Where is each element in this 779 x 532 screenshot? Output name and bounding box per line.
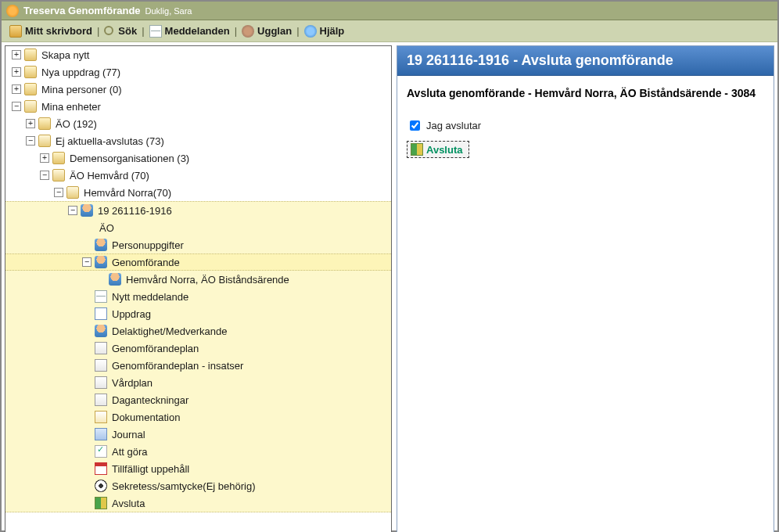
person-icon (95, 239, 107, 251)
tree-label: Tillfälligt uppehåll (112, 463, 189, 475)
tree-label: 19 261116-1916 (98, 205, 172, 217)
tree-item-nytt-meddelande[interactable]: · Nytt meddelande (5, 288, 391, 305)
plan-icon (95, 342, 107, 354)
tree-item-ao[interactable]: + ÄO (192) (5, 115, 391, 132)
menu-separator: | (140, 25, 145, 37)
tree-item-ao-label[interactable]: ÄO (5, 219, 391, 236)
tree-label: Genomförandeplan - insatser (112, 360, 243, 372)
tree-label: Nya uppdrag (77) (41, 66, 120, 78)
tree-label: Hemvård Norra, ÄO Biståndsärende (126, 274, 289, 286)
tree-item-personuppgifter[interactable]: · Personuppgifter (5, 236, 391, 253)
folder-open-icon (52, 169, 65, 182)
expand-toggle[interactable]: + (12, 50, 21, 59)
tree-item-mina-enheter[interactable]: − Mina enheter (5, 98, 391, 115)
confirm-close-checkbox[interactable] (410, 120, 420, 131)
tree-item-skapa-nytt[interactable]: + Skapa nytt (5, 46, 391, 63)
spacer: · (82, 464, 92, 473)
tree-item-delaktighet[interactable]: · Delaktighet/Medverkande (5, 322, 391, 340)
tree-item-person[interactable]: − 19 261116-1916 (5, 202, 391, 219)
spacer: · (82, 430, 92, 439)
tree-item-nya-uppdrag[interactable]: + Nya uppdrag (77) (5, 63, 391, 81)
spacer: · (82, 447, 92, 456)
expand-toggle[interactable]: + (12, 84, 21, 94)
folder-open-icon (66, 186, 79, 199)
spacer: · (82, 481, 92, 491)
tree-item-demensorg[interactable]: + Demensorganisationen (3) (5, 149, 391, 167)
menu-ugglan[interactable]: Ugglan (239, 25, 295, 38)
expand-toggle[interactable]: − (82, 257, 92, 267)
avsluta-button[interactable]: Avsluta (407, 141, 469, 158)
current-user: Duklig, Sara (145, 6, 192, 16)
menu-search-label: Sök (118, 25, 137, 37)
menu-my-desktop-label: Mitt skrivbord (25, 25, 92, 37)
menu-separator: | (233, 25, 239, 37)
tree-item-hemvard-norra[interactable]: − Hemvård Norra(70) (5, 184, 391, 201)
expand-toggle[interactable]: − (40, 171, 49, 180)
menu-help-label: Hjälp (320, 25, 345, 37)
person-icon (109, 273, 121, 286)
tree-item-ej-aktuella[interactable]: − Ej aktuella-avslutas (73) (5, 132, 391, 149)
expand-toggle[interactable]: + (26, 119, 35, 128)
tree-label: ÄO (192) (56, 118, 97, 130)
spacer: · (82, 378, 92, 387)
menu-search[interactable]: Sök (101, 25, 140, 37)
menu-my-desktop[interactable]: Mitt skrivbord (6, 25, 95, 38)
tree-label: ÄO Hemvård (70) (70, 170, 149, 182)
tree-item-vardplan[interactable]: · Vårdplan (5, 374, 391, 391)
expand-toggle[interactable]: + (40, 153, 49, 163)
tree-label: Avsluta (112, 498, 145, 509)
tree-label: Att göra (112, 446, 148, 458)
tree-item-uppdrag[interactable]: · Uppdrag (5, 305, 391, 322)
tree-label: Journal (112, 429, 145, 440)
app-logo-icon (6, 5, 19, 17)
tree-item-genomforandeplan-insatser[interactable]: · Genomförandeplan - insatser (5, 357, 391, 374)
spacer: · (82, 326, 92, 336)
expand-toggle[interactable]: − (12, 102, 21, 111)
edit-icon (95, 411, 107, 423)
folder-open-icon (24, 100, 37, 113)
expand-toggle[interactable]: − (26, 136, 35, 146)
tree-item-mina-personer[interactable]: + Mina personer (0) (5, 81, 391, 98)
spacer: · (82, 240, 92, 250)
menu-help[interactable]: Hjälp (301, 25, 348, 38)
tree-item-tillfalligt[interactable]: · Tillfälligt uppehåll (5, 460, 391, 477)
tree-item-journal[interactable]: · Journal (5, 426, 391, 443)
tree-label: Nytt meddelande (112, 291, 188, 303)
notes-icon (95, 394, 107, 406)
tree-item-att-gora[interactable]: · Att göra (5, 443, 391, 460)
menu-messages[interactable]: Meddelanden (146, 25, 233, 38)
finish-icon (411, 143, 423, 156)
tree-item-genomforandeplan[interactable]: · Genomförandeplan (5, 340, 391, 357)
detail-header: 19 261116-1916 - Avsluta genomförande (397, 46, 774, 76)
confirm-close-label: Jag avslutar (426, 120, 481, 131)
tree-label: Daganteckningar (112, 394, 188, 406)
tree-label: Personuppgifter (112, 239, 184, 251)
expand-toggle[interactable]: − (54, 188, 63, 197)
tree-item-dokumentation[interactable]: · Dokumentation (5, 408, 391, 426)
tree-item-genomforande[interactable]: − Genomförande (5, 253, 391, 271)
folder-icon (24, 83, 37, 95)
expand-toggle[interactable]: + (12, 67, 21, 77)
tree-item-genomforande-child[interactable]: · Hemvård Norra, ÄO Biståndsärende (5, 271, 391, 288)
plan-icon (95, 359, 107, 372)
tree-label: Demensorganisationen (3) (70, 153, 189, 164)
tree-label: Skapa nytt (41, 49, 89, 61)
tree-item-avsluta[interactable]: · Avsluta (5, 494, 391, 512)
tree-item-daganteckningar[interactable]: · Daganteckningar (5, 391, 391, 408)
tree-label: Hemvård Norra(70) (84, 187, 171, 199)
title-bar: Treserva Genomförande Duklig, Sara (2, 2, 777, 20)
tree-label: ÄO (99, 222, 114, 234)
tree-label: Uppdrag (112, 308, 151, 320)
avsluta-button-label: Avsluta (426, 144, 462, 156)
folder-icon (38, 117, 51, 130)
journal-icon (95, 428, 107, 440)
menu-separator: | (295, 25, 300, 37)
tree-item-sekretess[interactable]: · Sekretess/samtycke(Ej behörig) (5, 477, 391, 494)
expand-toggle[interactable]: − (68, 206, 77, 215)
spacer: · (96, 275, 106, 284)
person-icon (95, 256, 107, 268)
tree-item-ao-hemvard[interactable]: − ÄO Hemvård (70) (5, 167, 391, 184)
app-title: Treserva Genomförande (23, 5, 141, 16)
tree-label: Mina enheter (41, 101, 101, 113)
tree-label: Genomförandeplan (112, 343, 199, 354)
